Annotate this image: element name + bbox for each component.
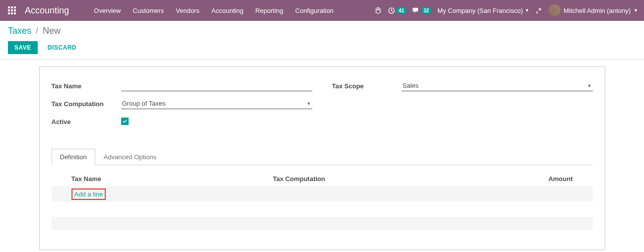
nav-reporting[interactable]: Reporting: [250, 4, 288, 17]
svg-rect-8: [14, 12, 16, 14]
chevron-down-icon: ▼: [307, 101, 311, 106]
actions: SAVE DISCARD: [8, 41, 636, 59]
active-checkbox[interactable]: [121, 118, 129, 125]
tax-scope-label: Tax Scope: [332, 82, 402, 90]
svg-rect-1: [11, 6, 13, 8]
field-tax-scope: Tax Scope Sales ▼: [332, 79, 593, 93]
svg-rect-7: [11, 12, 13, 14]
chat-badge: 32: [421, 7, 431, 14]
svg-rect-2: [14, 6, 16, 8]
nav-accounting[interactable]: Accounting: [207, 4, 248, 17]
tax-computation-value: Group of Taxes: [122, 100, 166, 107]
tax-name-input[interactable]: [121, 80, 312, 91]
field-tax-computation: Tax Computation Group of Taxes ▼: [52, 97, 312, 111]
apps-icon[interactable]: [6, 4, 18, 16]
tax-name-label: Tax Name: [52, 82, 121, 90]
company-name: My Company (San Francisco): [437, 7, 523, 14]
discard-button[interactable]: DISCARD: [43, 41, 81, 54]
nav-menu: Overview Customers Vendors Accounting Re…: [89, 4, 339, 17]
form-container: Tax Name Tax Computation Group of Taxes …: [0, 60, 644, 252]
debug-icon[interactable]: [374, 7, 382, 14]
breadcrumb-link[interactable]: Taxes: [8, 26, 31, 36]
nav-right: 41 32 My Company (San Francisco) ▼ Mitch…: [374, 4, 638, 16]
tax-computation-select[interactable]: Group of Taxes ▼: [121, 98, 312, 109]
chevron-down-icon: ▼: [587, 83, 592, 88]
tax-scope-value: Sales: [403, 82, 419, 89]
svg-rect-3: [8, 9, 10, 11]
tax-computation-label: Tax Computation: [52, 100, 121, 108]
form-col-left: Tax Name Tax Computation Group of Taxes …: [52, 79, 312, 132]
save-button[interactable]: SAVE: [8, 41, 38, 54]
navbar: Accounting Overview Customers Vendors Ac…: [0, 0, 644, 21]
tax-computation-input-wrap: Group of Taxes ▼: [121, 98, 312, 109]
svg-rect-0: [8, 6, 10, 8]
nav-vendors[interactable]: Vendors: [171, 4, 205, 17]
table-footer: [52, 217, 593, 230]
definition-table: Tax Name Tax Computation Amount Add a li…: [52, 171, 593, 230]
svg-rect-4: [11, 9, 13, 11]
app-brand[interactable]: Accounting: [25, 5, 69, 16]
tax-scope-input-wrap: Sales ▼: [402, 80, 593, 91]
dev-tools-icon[interactable]: [535, 7, 543, 14]
nav-overview[interactable]: Overview: [89, 4, 126, 17]
form-row-top: Tax Name Tax Computation Group of Taxes …: [52, 79, 593, 132]
control-panel: Taxes / New SAVE DISCARD: [0, 21, 644, 60]
clock-icon[interactable]: 41: [388, 7, 407, 14]
col-tax-name: Tax Name: [52, 171, 268, 187]
company-switcher[interactable]: My Company (San Francisco) ▼: [437, 7, 529, 14]
add-line-row: Add a line: [52, 187, 593, 202]
user-name: Mitchell Admin (antony): [564, 7, 631, 14]
user-menu[interactable]: Mitchell Admin (antony) ▼: [549, 4, 638, 16]
nav-configuration[interactable]: Configuration: [290, 4, 339, 17]
active-input-wrap: [121, 118, 312, 126]
svg-rect-6: [8, 12, 10, 14]
field-tax-name: Tax Name: [52, 79, 312, 93]
active-label: Active: [52, 118, 121, 126]
chevron-down-icon: ▼: [525, 8, 529, 13]
add-a-line-link[interactable]: Add a line: [72, 189, 106, 200]
form-col-right: Tax Scope Sales ▼: [332, 79, 593, 132]
breadcrumb: Taxes / New: [8, 26, 636, 36]
chat-icon[interactable]: 32: [413, 7, 431, 14]
chevron-down-icon: ▼: [634, 8, 638, 13]
breadcrumb-current: New: [43, 26, 61, 36]
table-wrap: Tax Name Tax Computation Amount Add a li…: [52, 171, 593, 230]
svg-rect-5: [14, 9, 16, 11]
field-active: Active: [52, 115, 312, 128]
tax-scope-select[interactable]: Sales ▼: [402, 80, 593, 91]
breadcrumb-separator: /: [36, 26, 38, 36]
table-spacer: [52, 202, 593, 217]
form-sheet: Tax Name Tax Computation Group of Taxes …: [39, 66, 605, 250]
col-amount: Amount: [485, 171, 593, 187]
clock-badge: 41: [396, 7, 407, 14]
tab-definition[interactable]: Definition: [52, 149, 95, 165]
tab-advanced-options[interactable]: Advanced Options: [95, 149, 165, 165]
col-tax-computation: Tax Computation: [268, 171, 485, 187]
tax-name-input-wrap: [121, 80, 312, 91]
avatar: [549, 4, 561, 16]
tabs: Definition Advanced Options Tax Name Tax…: [52, 148, 593, 230]
nav-customers[interactable]: Customers: [128, 4, 169, 17]
tab-bar: Definition Advanced Options: [52, 148, 593, 165]
